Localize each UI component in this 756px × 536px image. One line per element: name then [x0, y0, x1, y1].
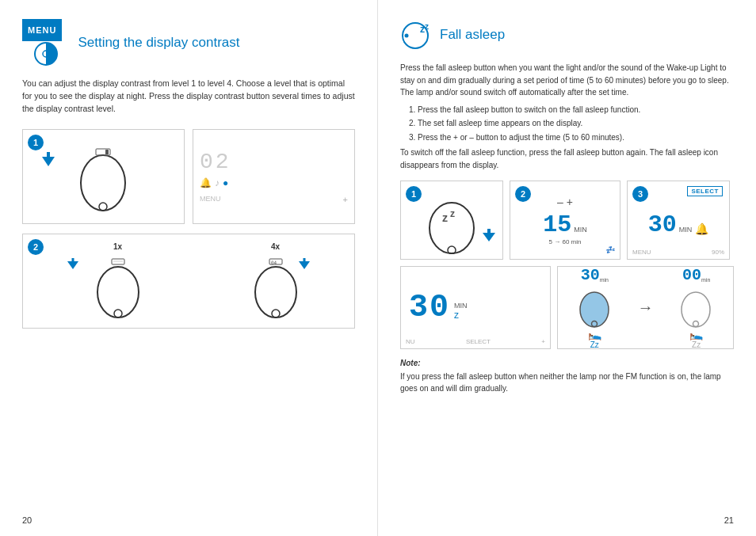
down-arrow-svg — [40, 152, 56, 169]
svg-rect-5 — [105, 150, 109, 154]
seq-unit: min — [600, 277, 609, 283]
sleep-person-1: 🛌 — [588, 328, 601, 340]
bottom-bar-r4: NU SELECT + — [401, 338, 550, 345]
seq-num-2: 00 min — [682, 266, 710, 284]
display-r4: 30 MIN z — [401, 267, 550, 348]
note-text: If you press the fall asleep button when… — [400, 372, 721, 393]
seq-num-30: 30 — [581, 266, 600, 284]
step1-circle: 1 — [28, 135, 44, 150]
plus-label: + — [343, 195, 348, 204]
svg-text:04: 04 — [271, 260, 277, 265]
section-title-right: Fall asleep — [440, 27, 505, 43]
body-text-right: Press the fall asleep button when you wa… — [400, 62, 734, 171]
lamp-svg-1 — [74, 139, 133, 215]
svg-point-3 — [99, 203, 107, 211]
minus-plus-label: – + — [557, 196, 573, 208]
section-title-left: Setting the display contrast — [78, 35, 239, 51]
illus-box-lamp-arrow: 1 — [22, 129, 185, 224]
left-page: MENU Setting the display contrast You ca… — [0, 0, 378, 536]
display-digits: 02 — [200, 150, 231, 174]
display-row-r3: 30 MIN 🔔 — [648, 211, 709, 238]
fall-asleep-icon-wrap: z z — [400, 19, 440, 51]
select-badge: SELECT — [687, 186, 723, 196]
zz-seq-2: Zz — [692, 340, 701, 349]
arrow-4x — [298, 258, 311, 276]
step-r2-circle: 2 — [515, 186, 531, 202]
right-page: z z Fall asleep Press the fall asleep bu… — [378, 0, 756, 536]
illus-r-box4: 30 MIN z NU SELECT + — [400, 266, 551, 349]
times-1x-label: 1x — [113, 242, 122, 251]
arrow-1x — [67, 258, 79, 276]
svg-rect-29 — [487, 229, 491, 234]
illus-box-display: 02 🔔 ♪ ● MENU + — [193, 129, 355, 224]
display-num-30: 30 — [648, 211, 677, 238]
times-4x-label: 4x — [271, 242, 280, 251]
step-3-text: Press the + or – button to adjust the ti… — [418, 131, 734, 144]
fall-asleep-desc: Press the fall asleep button when you wa… — [400, 62, 734, 99]
bottom-select-r4: SELECT — [466, 338, 491, 345]
step1-illus-row: 1 02 — [22, 129, 355, 224]
seq-num-1: 30 min — [581, 266, 609, 284]
step-r1-circle: 1 — [406, 186, 422, 202]
svg-point-9 — [114, 310, 122, 317]
step-r3-circle: 3 — [632, 186, 648, 202]
svg-rect-13 — [72, 258, 74, 263]
lamp-4x-group: 4x 04 — [248, 242, 304, 321]
lamp-bright-svg — [577, 284, 613, 328]
illus-r-box1: 1 z z — [400, 181, 503, 260]
switch-off-text: To switch off the fall asleep function, … — [400, 146, 734, 171]
lamp-sequence: 30 min 🛌 Zz → — [558, 266, 733, 349]
bottom-nu-r4: NU — [406, 338, 415, 345]
display-icons: 🔔 ♪ ● — [200, 177, 228, 188]
svg-rect-19 — [304, 258, 306, 263]
step2-circle: 2 — [28, 239, 44, 255]
note-label: Note: — [400, 357, 734, 369]
illus-r-box3: 3 SELECT 30 MIN 🔔 MENU 90% — [627, 181, 730, 260]
arrow-down-icon — [40, 152, 56, 173]
menu-label: MENU — [200, 195, 221, 204]
intro-text-left: You can adjust the display contrast from… — [22, 78, 355, 115]
arrow-4x-svg — [298, 258, 311, 272]
svg-text:z: z — [425, 22, 429, 31]
note-section: Note: If you press the fall asleep butto… — [400, 357, 734, 394]
unit-min-r2: MIN — [574, 226, 587, 234]
unit-min-r3: MIN — [679, 226, 693, 234]
illus-r-box5: 30 min 🛌 Zz → — [557, 266, 734, 349]
lamp-4x-svg: 04 — [248, 251, 304, 321]
display-row-r4: 30 MIN z — [409, 290, 468, 325]
steps-list: Press the fall asleep button to switch o… — [400, 104, 734, 144]
display-num-30b: 30 — [409, 290, 450, 325]
unit-min-r4: MIN — [454, 302, 468, 310]
bottom-num-r3: 90% — [712, 249, 724, 256]
contrast-icon — [33, 41, 59, 67]
arrow-r1-svg — [482, 229, 496, 245]
svg-rect-7 — [47, 152, 50, 158]
zz-seq-1: Zz — [590, 340, 599, 349]
bottom-plus-r4: + — [541, 338, 545, 345]
music-icon: ♪ — [215, 177, 220, 188]
display-illus: 02 🔔 ♪ ● MENU + — [193, 130, 354, 223]
svg-text:z: z — [450, 208, 455, 219]
lamp-dim-svg — [678, 284, 714, 328]
svg-point-15 — [272, 310, 280, 317]
fall-asleep-header-icon: z z — [401, 20, 439, 50]
display-menu-bar: MENU + — [200, 195, 348, 204]
sleep-icon-r3: 🔔 — [695, 222, 708, 235]
step-1-text: Press the fall asleep button to switch o… — [418, 104, 734, 116]
top-illus-row: 1 z z 2 – + 15 M — [400, 181, 734, 260]
seq-1: 30 min 🛌 Zz — [577, 266, 613, 349]
time-range-label: 5 → 60 min — [549, 238, 582, 245]
step-2-text: The set fall asleep time appears on the … — [418, 117, 734, 130]
arrow-r1 — [482, 229, 496, 248]
bottom-menu-r3: MENU — [632, 249, 651, 256]
bottom-illus-row: 30 MIN z NU SELECT + 30 — [400, 266, 734, 349]
page-number-left: 20 — [22, 515, 32, 525]
bottom-bar-r3: MENU 90% — [628, 249, 729, 256]
bell-icon: 🔔 — [200, 177, 212, 188]
arrow-right-seq: → — [637, 298, 653, 317]
lamp-1x-group: 1x — [90, 242, 146, 321]
display-row-r2: 15 MIN — [543, 211, 587, 238]
menu-badge-wrap: MENU — [22, 19, 70, 67]
zz-icon-r4: z — [454, 310, 468, 321]
lamp-1x-svg — [90, 251, 146, 321]
